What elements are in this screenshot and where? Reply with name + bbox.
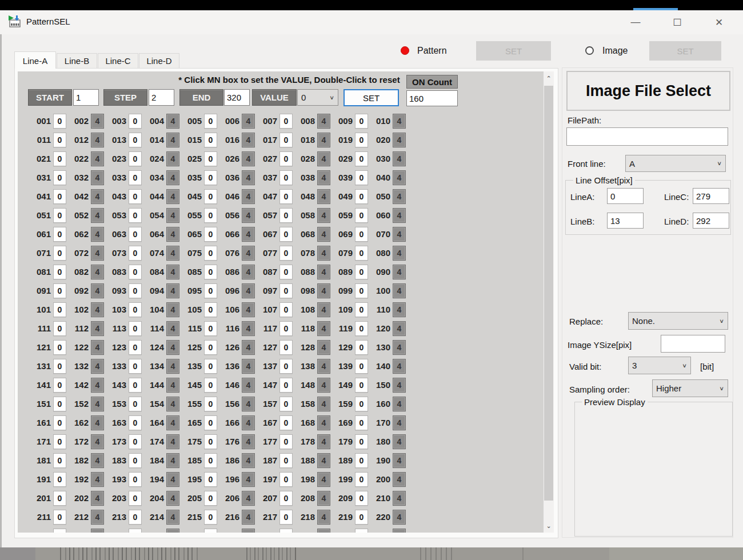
cell-value-box[interactable]: 4 — [242, 133, 255, 147]
cell-value-box[interactable]: 0 — [204, 321, 217, 336]
cell-value-box[interactable]: 0 — [355, 340, 368, 355]
cell-value-box[interactable]: 4 — [317, 283, 330, 298]
cell-value-box[interactable]: 4 — [166, 302, 179, 317]
cell-value-box[interactable]: 0 — [204, 170, 217, 185]
filepath-input[interactable] — [566, 127, 728, 146]
cell-value-box[interactable]: 4 — [242, 114, 255, 129]
cell-value-box[interactable]: 4 — [91, 246, 104, 261]
cell-value-box[interactable]: 0 — [129, 378, 142, 393]
cell-value-box[interactable]: 0 — [355, 359, 368, 374]
cell-value-box[interactable]: 0 — [129, 415, 142, 430]
cell-value-box[interactable]: 0 — [129, 359, 142, 374]
cell-value-box[interactable]: 0 — [279, 510, 293, 525]
cell-value-box[interactable]: 4 — [91, 340, 104, 355]
cell-value-box[interactable]: 0 — [129, 170, 142, 185]
cell-value-box[interactable]: 0 — [204, 510, 217, 525]
cell-value-box[interactable]: 0 — [279, 453, 293, 468]
cell-value-box[interactable]: 4 — [393, 491, 406, 506]
pattern-set-button[interactable]: SET — [476, 41, 551, 61]
cell-value-box[interactable]: 4 — [91, 151, 104, 166]
pattern-radio[interactable] — [401, 46, 409, 55]
cell-value-box[interactable]: 4 — [393, 321, 406, 336]
cell-value-box[interactable]: 4 — [317, 321, 330, 336]
cell-value-box[interactable]: 0 — [204, 378, 217, 393]
tab-line-d[interactable]: Line-D — [139, 53, 179, 69]
cell-value-box[interactable]: 0 — [53, 453, 66, 468]
cell-value-box[interactable]: 4 — [166, 283, 179, 298]
cell-value-box[interactable]: 4 — [317, 491, 330, 506]
cell-value-box[interactable]: 4 — [91, 321, 104, 336]
cell-value-box[interactable]: 0 — [279, 415, 293, 430]
ysize-input[interactable] — [661, 335, 725, 353]
cell-value-box[interactable]: 0 — [129, 208, 142, 223]
image-radio[interactable] — [585, 46, 594, 55]
cell-value-box[interactable]: 4 — [91, 302, 104, 317]
line-c-input[interactable] — [693, 188, 729, 204]
cell-value-box[interactable]: 4 — [393, 170, 406, 185]
cell-value-box[interactable]: 0 — [279, 434, 293, 449]
cell-value-box[interactable]: 4 — [91, 189, 104, 204]
cell-value-box[interactable]: 4 — [242, 189, 255, 204]
cell-value-box[interactable]: 4 — [91, 472, 104, 487]
front-line-dropdown[interactable]: A ∨ — [625, 155, 726, 172]
cell-value-box[interactable]: 4 — [317, 189, 330, 204]
cell-value-box[interactable]: 4 — [242, 170, 255, 185]
cell-value-box[interactable]: 0 — [204, 114, 217, 129]
cell-value-box[interactable]: 4 — [91, 170, 104, 185]
cell-value-box[interactable]: 4 — [317, 529, 330, 533]
cell-value-box[interactable]: 0 — [53, 133, 66, 147]
cell-value-box[interactable]: 0 — [355, 151, 368, 166]
cell-value-box[interactable]: 4 — [166, 510, 179, 525]
cell-value-box[interactable]: 0 — [53, 208, 66, 223]
cell-value-box[interactable]: 0 — [355, 283, 368, 298]
cell-value-box[interactable]: 4 — [242, 491, 255, 506]
cell-value-box[interactable]: 4 — [166, 133, 179, 147]
cell-value-box[interactable]: 0 — [204, 283, 217, 298]
cell-value-box[interactable]: 4 — [317, 151, 330, 166]
cell-value-box[interactable]: 0 — [279, 283, 293, 298]
cell-value-box[interactable]: 0 — [53, 359, 66, 374]
start-input[interactable] — [73, 89, 99, 106]
cell-value-box[interactable]: 4 — [242, 529, 255, 533]
cell-value-box[interactable]: 0 — [279, 359, 293, 374]
cell-value-box[interactable]: 4 — [393, 283, 406, 298]
cell-value-box[interactable]: 0 — [204, 265, 217, 279]
cell-value-box[interactable]: 4 — [242, 510, 255, 525]
cell-value-box[interactable]: 0 — [204, 491, 217, 506]
cell-value-box[interactable]: 0 — [279, 491, 293, 506]
cell-value-box[interactable]: 4 — [317, 415, 330, 430]
cell-value-box[interactable]: 0 — [355, 434, 368, 449]
cell-value-box[interactable]: 0 — [279, 208, 293, 223]
cell-value-box[interactable]: 0 — [53, 321, 66, 336]
cell-value-box[interactable]: 4 — [91, 529, 104, 533]
cell-value-box[interactable]: 0 — [129, 133, 142, 147]
cell-value-box[interactable]: 0 — [53, 283, 66, 298]
cell-value-box[interactable]: 0 — [279, 265, 293, 279]
cell-value-box[interactable]: 0 — [355, 227, 368, 242]
cell-value-box[interactable]: 0 — [355, 491, 368, 506]
cell-value-box[interactable]: 4 — [166, 378, 179, 393]
cell-value-box[interactable]: 0 — [355, 415, 368, 430]
cell-value-box[interactable]: 4 — [393, 227, 406, 242]
close-button[interactable]: ✕ — [702, 10, 736, 34]
step-input[interactable] — [149, 89, 174, 106]
cell-value-box[interactable]: 4 — [317, 434, 330, 449]
cell-value-box[interactable]: 4 — [91, 359, 104, 374]
cell-value-box[interactable]: 0 — [129, 453, 142, 468]
cell-value-box[interactable]: 0 — [53, 415, 66, 430]
cell-value-box[interactable]: 0 — [355, 529, 368, 533]
tab-line-c[interactable]: Line-C — [98, 53, 138, 69]
cell-value-box[interactable]: 4 — [166, 453, 179, 468]
cell-value-box[interactable]: 0 — [204, 208, 217, 223]
cell-value-box[interactable]: 4 — [166, 114, 179, 129]
cell-value-box[interactable]: 0 — [355, 246, 368, 261]
cell-value-box[interactable]: 0 — [204, 340, 217, 355]
cell-value-box[interactable]: 0 — [204, 415, 217, 430]
cell-value-box[interactable]: 4 — [393, 246, 406, 261]
cell-value-box[interactable]: 4 — [393, 472, 406, 487]
cell-value-box[interactable]: 0 — [53, 491, 66, 506]
cell-value-box[interactable]: 0 — [279, 189, 293, 204]
cell-value-box[interactable]: 0 — [129, 472, 142, 487]
cell-value-box[interactable]: 0 — [204, 133, 217, 147]
cell-value-box[interactable]: 4 — [393, 415, 406, 430]
